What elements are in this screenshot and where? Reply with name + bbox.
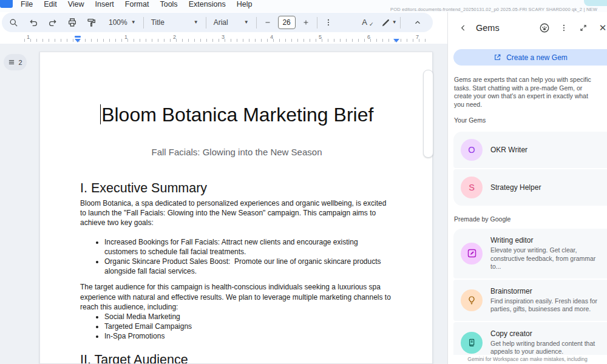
gem-activity-button[interactable] — [538, 21, 551, 35]
premade-gems-list: Writing editor Elevate your writing. Get… — [453, 229, 607, 364]
minus-icon — [264, 19, 271, 26]
left-indent-marker[interactable] — [75, 36, 81, 38]
doc-paragraph[interactable]: Bloom Botanica, a spa dedicated to perso… — [80, 198, 393, 228]
ruler-number: 2 — [173, 34, 176, 40]
hide-menus-button[interactable] — [410, 15, 426, 30]
gem-avatar — [461, 243, 483, 265]
doc-paragraph[interactable]: The target audience for this campaign is… — [80, 282, 393, 312]
document-page[interactable]: Bloom Botanica Marketing Brief Fall Faci… — [39, 52, 433, 364]
font-family-select[interactable]: Arial ▼ — [209, 15, 253, 30]
horizontal-ruler: 1 1 2 3 4 5 6 7 — [0, 33, 433, 44]
sidebar-header: Gems ✕ — [448, 12, 607, 39]
font-size-input[interactable]: 26 — [278, 16, 296, 29]
menu-extensions[interactable]: Extensions — [183, 0, 231, 9]
redo-button[interactable] — [45, 15, 61, 30]
open-in-new-icon — [493, 53, 501, 61]
gem-row-okr-writer[interactable]: O OKR Writer — [453, 132, 607, 168]
gem-description: Find inspiration easily. Fresh ideas for… — [490, 297, 603, 314]
back-button[interactable] — [456, 21, 470, 35]
doc-bullet-item[interactable]: Organic Skincare Product Sales Boost: Pr… — [104, 257, 393, 276]
expand-sidebar-button[interactable] — [577, 21, 590, 35]
decrease-font-size-button[interactable] — [260, 15, 276, 30]
doc-bullet-list: Increased Bookings for Fall Facials: Att… — [80, 237, 393, 277]
pen-icon — [381, 18, 390, 27]
expand-icon — [579, 24, 588, 32]
first-line-indent-marker[interactable] — [75, 39, 81, 42]
close-icon: ✕ — [599, 22, 607, 33]
sidebar-more-button[interactable] — [557, 21, 571, 35]
docs-logo[interactable] — [0, 0, 13, 8]
search-menus-button[interactable] — [5, 15, 21, 30]
style-value: Title — [151, 18, 164, 27]
undo-button[interactable] — [25, 15, 41, 30]
doc-bullet-item[interactable]: Social Media Marketing — [104, 312, 393, 322]
your-gems-list: O OKR Writer S Strategy Helper — [453, 132, 607, 206]
doc-bullet-item[interactable]: Targeted Email Campaigns — [104, 322, 393, 331]
ruler-number: 4 — [270, 34, 273, 40]
gemini-disclaimer: Gemini for Workspace can make mistakes, … — [448, 355, 607, 364]
spelling-check-button[interactable]: A✓ — [357, 15, 373, 30]
menu-file[interactable]: File — [15, 0, 38, 9]
gem-row-brainstormer[interactable]: Brainstormer Find inspiration easily. Fr… — [453, 280, 607, 321]
menu-tools[interactable]: Tools — [154, 0, 183, 9]
create-new-gem-button[interactable]: Create a new Gem — [453, 49, 607, 66]
chevron-down-icon: ▼ — [392, 20, 397, 25]
google-docs-window: File Edit View Insert Format Tools Exten… — [0, 0, 607, 364]
list-icon — [8, 59, 15, 66]
paw-icon — [539, 22, 550, 33]
document-canvas: 2 Bloom Botanica Marketing Brief Fall Fa… — [0, 44, 447, 364]
zoom-value: 100% — [109, 18, 127, 27]
chevron-down-icon: ▼ — [244, 20, 249, 25]
corner-overlay — [584, 0, 607, 6]
your-gems-label: Your Gems — [454, 116, 607, 124]
document-icon — [467, 338, 476, 348]
doc-bullet-item[interactable]: In-Spa Promotions — [104, 331, 393, 341]
menu-view[interactable]: View — [63, 0, 90, 9]
gems-sidebar: Gems ✕ Create a new Gem Gems are experts… — [447, 12, 607, 364]
plus-icon — [302, 19, 310, 26]
gem-avatar: O — [461, 139, 483, 161]
doc-bullet-item[interactable]: Increased Bookings for Fall Facials: Att… — [104, 237, 393, 257]
outline-badge-count: 2 — [18, 59, 22, 66]
undo-icon — [29, 18, 38, 27]
toolbar-divider — [143, 17, 144, 29]
search-icon — [9, 18, 18, 27]
gem-description: Elevate your writing. Get clear, constru… — [490, 246, 603, 271]
gem-row-writing-editor[interactable]: Writing editor Elevate your writing. Get… — [453, 229, 607, 278]
ruler-number: 1 — [124, 34, 127, 40]
scrollbar-thumb[interactable] — [423, 70, 433, 158]
zoom-select[interactable]: 100% ▼ — [104, 15, 140, 30]
menu-format[interactable]: Format — [120, 0, 155, 9]
pen-tool-button[interactable]: ▼ — [381, 15, 397, 30]
close-sidebar-button[interactable]: ✕ — [596, 21, 607, 35]
gem-avatar — [461, 289, 483, 311]
ruler-number: 6 — [367, 34, 370, 40]
doc-heading-1[interactable]: I. Executive Summary — [80, 180, 393, 197]
gem-avatar: S — [461, 177, 483, 198]
menu-bar: File Edit View Insert Format Tools Exten… — [0, 0, 607, 12]
create-new-gem-label: Create a new Gem — [506, 53, 568, 62]
text-cursor — [100, 104, 101, 124]
right-indent-marker[interactable] — [393, 39, 399, 42]
ruler-number: 5 — [319, 34, 322, 40]
paint-format-button[interactable] — [84, 15, 100, 30]
ruler-number: 1 — [27, 34, 30, 40]
gems-intro-text: Gems are experts that can help you with … — [454, 76, 600, 109]
gem-row-strategy-helper[interactable]: S Strategy Helper — [453, 169, 607, 206]
paragraph-style-select[interactable]: Title ▼ — [147, 15, 203, 30]
print-icon — [67, 18, 77, 27]
doc-heading-2[interactable]: II. Target Audience — [80, 351, 393, 364]
toolbar-divider — [206, 17, 206, 29]
increase-font-size-button[interactable] — [298, 15, 314, 30]
gem-name: Strategy Helper — [490, 183, 541, 192]
menu-edit[interactable]: Edit — [38, 0, 63, 9]
doc-title[interactable]: Bloom Botanica Marketing Brief — [80, 103, 393, 127]
doc-subtitle[interactable]: Fall Facials: Glowing into the New Seaso… — [80, 146, 393, 158]
print-button[interactable] — [64, 15, 80, 30]
menu-items: File Edit View Insert Format Tools Exten… — [15, 0, 258, 9]
more-options-button[interactable] — [320, 15, 336, 30]
toolbar-divider — [256, 17, 257, 29]
menu-help[interactable]: Help — [231, 0, 258, 9]
menu-insert[interactable]: Insert — [90, 0, 120, 9]
outline-badge[interactable]: 2 — [4, 54, 27, 70]
